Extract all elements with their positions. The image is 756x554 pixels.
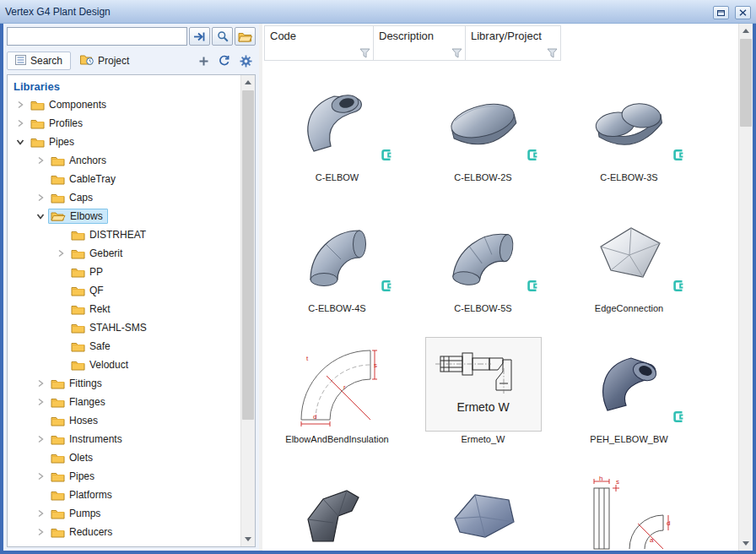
tab-label: Search [30, 55, 62, 67]
tree-item-geberit[interactable]: Geberit [8, 244, 240, 263]
chevron-right-icon[interactable] [33, 379, 48, 388]
close-button[interactable] [735, 6, 751, 19]
search-button[interactable] [212, 27, 233, 46]
filter-icon[interactable] [359, 48, 370, 58]
svg-text:d: d [313, 413, 316, 421]
catalog-item-c-elbow-4s[interactable]: C-ELBOW-4S [264, 204, 410, 334]
tree-item-cabletray[interactable]: CableTray [8, 170, 240, 188]
tree-item-reducers[interactable]: Reducers [8, 523, 240, 541]
tree-item-label: QF [89, 285, 104, 296]
tab-project[interactable]: Project [72, 52, 138, 70]
catalog-item-peh-elbow-bw[interactable]: PEH_ELBOW_BW [556, 334, 702, 465]
filter-icon[interactable] [547, 48, 558, 58]
tree-item-qf[interactable]: QF [8, 281, 240, 300]
catalog-item-edgeconnection[interactable]: EdgeConnection [556, 204, 702, 334]
tree-item-veloduct[interactable]: Veloduct [8, 356, 240, 374]
drawing-dim-icon: hsad [582, 475, 677, 551]
tabs-row: Search Project [7, 50, 256, 72]
tree-item-label: Geberit [89, 247, 122, 259]
catalog-item-partial[interactable] [410, 465, 556, 551]
column-header-code[interactable]: Code [264, 25, 374, 61]
tree-item-profiles[interactable]: Profiles [8, 114, 240, 133]
refresh-button[interactable] [214, 52, 235, 70]
catalog-item-partial[interactable]: hsad [556, 465, 702, 551]
catalog-item-elbowandbendinsulation[interactable]: dsrtElbowAndBendInsulation [264, 334, 410, 465]
chevron-right-icon[interactable] [33, 528, 48, 536]
faceted-dark-icon [301, 486, 374, 545]
chevron-right-icon[interactable] [13, 119, 28, 128]
folder-icon [51, 378, 65, 389]
tree-scroll-thumb[interactable] [242, 90, 254, 420]
tree-item-label: Veloduct [89, 359, 128, 371]
column-header-description[interactable]: Description [373, 25, 466, 61]
chevron-down-icon[interactable] [13, 138, 28, 146]
go-button[interactable] [189, 27, 210, 46]
tree-item-platforms[interactable]: Platforms [8, 486, 240, 504]
tree-item-pp[interactable]: PP [8, 263, 240, 281]
settings-button[interactable] [235, 52, 256, 70]
tree-item-rekt[interactable]: Rekt [8, 300, 240, 318]
catalog-item-label: EdgeConnection [595, 303, 663, 313]
column-header-library-project[interactable]: Library/Project [465, 25, 561, 61]
tree-item-label: Reducers [69, 526, 112, 538]
chevron-right-icon[interactable] [33, 156, 48, 165]
chevron-right-icon[interactable] [33, 193, 48, 202]
elbow-d-icon [302, 220, 373, 286]
tree-item-flanges[interactable]: Flanges [8, 393, 240, 411]
tree-item-components[interactable]: Components [8, 95, 240, 114]
folder-icon [51, 155, 65, 166]
titlebar: Vertex G4 Plant Design [0, 0, 756, 24]
catalog-scrollbar[interactable] [738, 24, 753, 551]
catalog-item-label: ElbowAndBendInsulation [285, 434, 388, 444]
tab-search[interactable]: Search [7, 52, 71, 70]
tree-item-pipes[interactable]: Pipes [8, 133, 240, 151]
tree-item-caps[interactable]: Caps [8, 188, 240, 207]
tree-item-pumps[interactable]: Pumps [8, 504, 240, 523]
chevron-right-icon[interactable] [33, 509, 48, 518]
catalog-item-partial[interactable] [264, 465, 410, 551]
tree-item-label: Caps [69, 192, 93, 204]
catalog-item-c-elbow[interactable]: C-ELBOW [264, 73, 410, 204]
tree-item-stahl-sms[interactable]: STAHL-SMS [8, 318, 240, 337]
folder-icon [71, 248, 85, 259]
tree-item-hoses[interactable]: Hoses [8, 411, 240, 430]
tree-item-anchors[interactable]: Anchors [8, 151, 240, 170]
tree-item-fittings[interactable]: Fittings [8, 374, 240, 393]
go-arrow-icon [193, 31, 206, 42]
folder-icon [51, 508, 65, 519]
scroll-up-icon[interactable] [739, 24, 753, 38]
ermeto-card-text: Ermeto W [456, 400, 509, 414]
chevron-down-icon[interactable] [33, 212, 48, 220]
tree-scrollbar[interactable] [240, 75, 255, 546]
tree-item-servicepiping[interactable]: ServicePiping [8, 541, 240, 546]
wedge-blue-icon [446, 488, 521, 542]
catalog-item-c-elbow-5s[interactable]: C-ELBOW-5S [410, 204, 556, 334]
library-tree: Libraries ComponentsProfilesPipesAnchors… [7, 74, 256, 547]
tree-item-elbows[interactable]: Elbows [8, 207, 240, 225]
ermeto-card: Ermeto W [425, 337, 542, 432]
catalog-item-c-elbow-2s[interactable]: C-ELBOW-2S [410, 73, 556, 204]
tree-item-label: Rekt [89, 303, 111, 315]
tree-item-safe[interactable]: Safe [8, 337, 240, 356]
browse-folder-button[interactable] [235, 27, 256, 46]
tree-item-distrheat[interactable]: DISTRHEAT [8, 225, 240, 244]
float-button[interactable] [713, 6, 729, 19]
tree-item-olets[interactable]: Olets [8, 448, 240, 467]
scroll-up-icon[interactable] [241, 75, 255, 90]
chevron-right-icon[interactable] [33, 435, 48, 443]
chevron-right-icon[interactable] [33, 472, 48, 481]
catalog-item-c-elbow-3s[interactable]: C-ELBOW-3S [556, 73, 702, 204]
scroll-down-icon[interactable] [241, 532, 255, 546]
add-button[interactable] [193, 52, 213, 70]
chevron-right-icon[interactable] [13, 100, 28, 109]
chevron-right-icon[interactable] [53, 249, 68, 258]
tree-item-pipes[interactable]: Pipes [8, 467, 240, 486]
scroll-down-icon[interactable] [739, 536, 753, 551]
filter-icon[interactable] [451, 48, 462, 58]
catalog-scroll-thumb[interactable] [740, 39, 752, 127]
tree-item-label: Platforms [69, 489, 112, 501]
chevron-right-icon[interactable] [33, 398, 48, 406]
catalog-item-ermeto-w[interactable]: Ermeto WErmeto_W [410, 334, 556, 465]
tree-item-instruments[interactable]: Instruments [8, 430, 240, 448]
search-input[interactable] [7, 27, 187, 46]
